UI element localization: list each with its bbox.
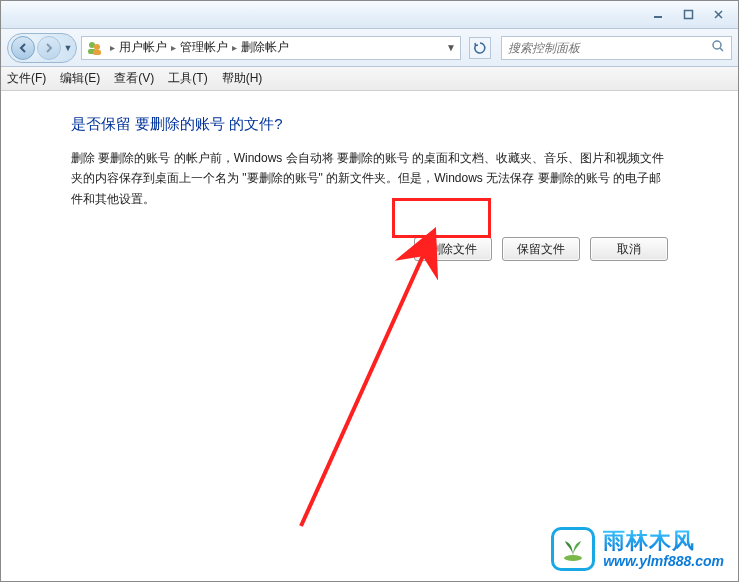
window-titlebar (1, 1, 738, 29)
navigation-bar: ▼ ▸ 用户帐户 ▸ 管理帐户 ▸ 删除帐户 ▼ (1, 29, 738, 67)
search-box[interactable] (501, 36, 732, 60)
menu-file[interactable]: 文件(F) (7, 70, 46, 87)
svg-rect-1 (684, 11, 692, 19)
svg-rect-7 (93, 50, 101, 55)
maximize-button[interactable] (674, 6, 702, 24)
breadcrumb-item-users[interactable]: 用户帐户 (119, 39, 167, 56)
breadcrumb-item-delete[interactable]: 删除帐户 (241, 39, 289, 56)
page-heading: 是否保留 要删除的账号 的文件? (71, 115, 668, 134)
breadcrumb-separator-icon: ▸ (110, 42, 115, 53)
user-accounts-icon (86, 40, 102, 56)
watermark-text-cn: 雨林木风 (603, 530, 724, 552)
menu-view[interactable]: 查看(V) (114, 70, 154, 87)
breadcrumb-separator-icon: ▸ (232, 42, 237, 53)
button-row: 删除文件 保留文件 取消 (71, 237, 668, 261)
nav-history-dropdown[interactable]: ▼ (62, 43, 74, 53)
menu-tools[interactable]: 工具(T) (168, 70, 207, 87)
breadcrumb-dropdown-icon[interactable]: ▼ (446, 42, 456, 53)
annotation-arrow (281, 226, 461, 536)
refresh-button[interactable] (469, 37, 491, 59)
menu-bar: 文件(F) 编辑(E) 查看(V) 工具(T) 帮助(H) (1, 67, 738, 91)
svg-line-9 (720, 48, 723, 51)
breadcrumb[interactable]: ▸ 用户帐户 ▸ 管理帐户 ▸ 删除帐户 ▼ (81, 36, 461, 60)
keep-files-button[interactable]: 保留文件 (502, 237, 580, 261)
watermark-logo-icon (551, 527, 595, 571)
svg-point-11 (564, 555, 582, 561)
menu-help[interactable]: 帮助(H) (222, 70, 263, 87)
svg-point-5 (94, 44, 100, 50)
svg-line-10 (301, 238, 431, 526)
nav-back-button[interactable] (11, 36, 35, 60)
nav-forward-button[interactable] (37, 36, 61, 60)
close-button[interactable] (704, 6, 732, 24)
breadcrumb-separator-icon: ▸ (171, 42, 176, 53)
minimize-button[interactable] (644, 6, 672, 24)
search-icon (711, 39, 725, 56)
svg-point-8 (713, 41, 721, 49)
watermark-text-url: www.ylmf888.com (603, 554, 724, 568)
breadcrumb-item-manage[interactable]: 管理帐户 (180, 39, 228, 56)
menu-edit[interactable]: 编辑(E) (60, 70, 100, 87)
cancel-button[interactable]: 取消 (590, 237, 668, 261)
search-input[interactable] (508, 41, 725, 55)
delete-files-button[interactable]: 删除文件 (414, 237, 492, 261)
page-description: 删除 要删除的账号 的帐户前，Windows 会自动将 要删除的账号 的桌面和文… (71, 148, 668, 209)
content-area: 是否保留 要删除的账号 的文件? 删除 要删除的账号 的帐户前，Windows … (1, 91, 738, 271)
nav-back-forward-group: ▼ (7, 33, 77, 63)
watermark: 雨林木风 www.ylmf888.com (551, 527, 724, 571)
